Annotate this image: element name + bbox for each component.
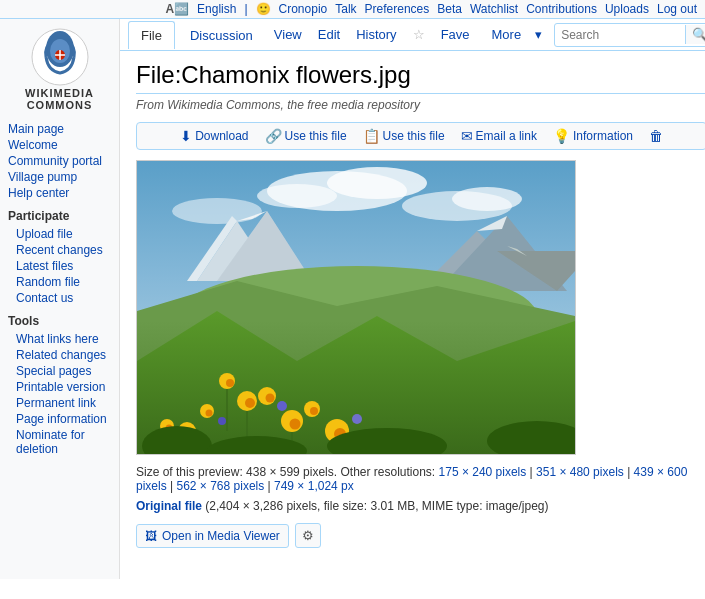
open-media-viewer-button[interactable]: 🖼 Open in Media Viewer <box>136 524 289 548</box>
download-label: Download <box>195 129 248 143</box>
gear-settings-button[interactable]: ⚙ <box>295 523 321 548</box>
information-link[interactable]: 💡 Information <box>553 128 633 144</box>
svg-point-8 <box>327 167 427 199</box>
info-icon: 💡 <box>553 128 570 144</box>
download-icon: ⬇ <box>180 128 192 144</box>
tab-more[interactable]: More ▾ <box>480 19 555 50</box>
user-icon: 🙂 <box>256 2 271 16</box>
file-tools-bar: ⬇ Download 🔗 Use this file 📋 Use this fi… <box>136 122 705 150</box>
file-info: Size of this preview: 438 × 599 pixels. … <box>136 465 705 493</box>
language-link[interactable]: English <box>197 2 236 16</box>
sidebar: WIKIMEDIA COMMONS Main page Welcome Comm… <box>0 19 120 579</box>
watchlist-link[interactable]: Watchlist <box>470 2 518 16</box>
sidebar-item-main-page[interactable]: Main page <box>8 121 111 137</box>
logo-text-line2: COMMONS <box>8 99 111 111</box>
sidebar-item-recent-changes[interactable]: Recent changes <box>8 242 111 258</box>
tab-history[interactable]: History <box>350 23 402 46</box>
scene-svg <box>137 161 575 454</box>
more-label: More <box>486 23 528 46</box>
sidebar-item-village-pump[interactable]: Village pump <box>8 169 111 185</box>
logo[interactable]: WIKIMEDIA COMMONS <box>8 27 111 111</box>
res-562[interactable]: 562 × 768 pixels <box>176 479 264 493</box>
delete-icon: 🗑 <box>649 128 663 144</box>
preferences-link[interactable]: Preferences <box>365 2 430 16</box>
svg-point-11 <box>452 187 522 211</box>
sidebar-item-page-information[interactable]: Page information <box>8 411 111 427</box>
logo-text-line1: WIKIMEDIA <box>8 87 111 99</box>
search-button[interactable]: 🔍 <box>685 25 705 44</box>
tab-edit[interactable]: Edit <box>312 23 346 46</box>
file-image-container <box>136 160 576 455</box>
sidebar-item-community-portal[interactable]: Community portal <box>8 153 111 169</box>
sidebar-item-help-center[interactable]: Help center <box>8 185 111 201</box>
email-icon: ✉ <box>461 128 473 144</box>
svg-point-44 <box>218 417 226 425</box>
star-icon[interactable]: ☆ <box>407 23 431 46</box>
information-label: Information <box>573 129 633 143</box>
username-link[interactable]: Cronopio <box>279 2 328 16</box>
delete-link[interactable]: 🗑 <box>649 128 663 144</box>
email-link[interactable]: ✉ Email a link <box>461 128 537 144</box>
email-label: Email a link <box>476 129 537 143</box>
sidebar-item-printable-version[interactable]: Printable version <box>8 379 111 395</box>
res-351[interactable]: 351 × 480 pixels <box>536 465 624 479</box>
page-title: File:Chamonix flowers.jpg <box>136 61 705 94</box>
res-749[interactable]: 749 × 1,024 px <box>274 479 354 493</box>
sidebar-item-what-links-here[interactable]: What links here <box>8 331 111 347</box>
svg-point-32 <box>266 394 275 403</box>
talk-link[interactable]: Talk <box>335 2 356 16</box>
sidebar-item-permanent-link[interactable]: Permanent link <box>8 395 111 411</box>
more-arrow: ▾ <box>529 23 548 46</box>
sidebar-item-nominate-for-deletion[interactable]: Nominate for deletion <box>8 427 111 457</box>
uploads-link[interactable]: Uploads <box>605 2 649 16</box>
sidebar-item-random-file[interactable]: Random file <box>8 274 111 290</box>
svg-point-30 <box>206 410 213 417</box>
svg-point-28 <box>245 398 255 408</box>
res-175[interactable]: 175 × 240 pixels <box>439 465 527 479</box>
sidebar-item-latest-files[interactable]: Latest files <box>8 258 111 274</box>
use-file-label2: Use this file <box>383 129 445 143</box>
search-input[interactable] <box>555 26 685 44</box>
top-bar: A🔤 English | 🙂 Cronopio Talk Preferences… <box>0 0 705 19</box>
sidebar-item-related-changes[interactable]: Related changes <box>8 347 111 363</box>
tab-actions: View Edit History ☆ Fave More ▾ <box>268 19 554 50</box>
sidebar-item-welcome[interactable]: Welcome <box>8 137 111 153</box>
participate-section-title: Participate <box>8 209 111 223</box>
media-viewer-row: 🖼 Open in Media Viewer ⚙ <box>136 519 705 548</box>
media-viewer-icon: 🖼 <box>145 529 157 543</box>
original-file-link[interactable]: Original file <box>136 499 202 513</box>
language-icon: A🔤 <box>165 2 189 16</box>
search-box: 🔍 <box>554 23 705 47</box>
svg-point-34 <box>290 419 301 430</box>
use-file-label: Use this file <box>285 129 347 143</box>
tab-bar: File Discussion View Edit History ☆ Fave… <box>120 19 705 51</box>
page-body: File:Chamonix flowers.jpg From Wikimedia… <box>120 51 705 558</box>
tab-discussion[interactable]: Discussion <box>177 21 266 49</box>
preview-size-text: Size of this preview: 438 × 599 pixels. <box>136 465 337 479</box>
use-file-icon2: 📋 <box>363 128 380 144</box>
tab-file[interactable]: File <box>128 21 175 49</box>
download-link[interactable]: ⬇ Download <box>180 128 248 144</box>
logout-link[interactable]: Log out <box>657 2 697 16</box>
contributions-link[interactable]: Contributions <box>526 2 597 16</box>
original-file-info: Original file (2,404 × 3,286 pixels, fil… <box>136 499 705 513</box>
sidebar-item-contact-us[interactable]: Contact us <box>8 290 111 306</box>
svg-point-26 <box>226 379 234 387</box>
file-image[interactable] <box>137 161 575 454</box>
page-subtitle: From Wikimedia Commons, the free media r… <box>136 98 705 112</box>
tab-fave[interactable]: Fave <box>435 23 476 46</box>
main-content: File Discussion View Edit History ☆ Fave… <box>120 19 705 579</box>
use-this-file-link2[interactable]: 📋 Use this file <box>363 128 445 144</box>
sidebar-item-special-pages[interactable]: Special pages <box>8 363 111 379</box>
svg-point-38 <box>310 407 318 415</box>
tools-section-title: Tools <box>8 314 111 328</box>
svg-point-12 <box>172 198 262 224</box>
use-this-file-link[interactable]: 🔗 Use this file <box>265 128 347 144</box>
original-file-dims: (2,404 × 3,286 pixels, file size: 3.01 M… <box>205 499 548 513</box>
beta-link[interactable]: Beta <box>437 2 462 16</box>
other-resolutions-label: Other resolutions: <box>340 465 435 479</box>
sidebar-item-upload-file[interactable]: Upload file <box>8 226 111 242</box>
svg-point-45 <box>352 414 362 424</box>
use-file-icon: 🔗 <box>265 128 282 144</box>
tab-view[interactable]: View <box>268 23 308 46</box>
